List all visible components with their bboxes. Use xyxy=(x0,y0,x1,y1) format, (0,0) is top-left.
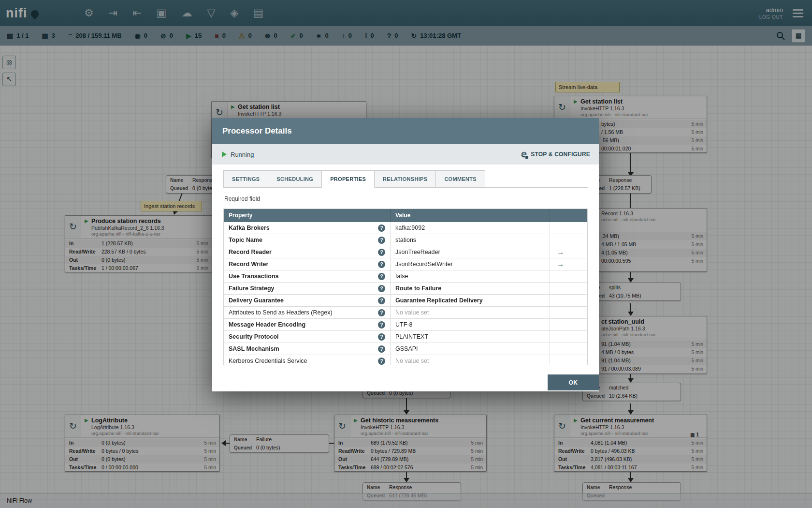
property-name: Message Header Encoding xyxy=(229,319,305,330)
tab-relationships[interactable]: RELATIONSHIPS xyxy=(375,170,436,188)
property-value: kafka:9092 xyxy=(395,224,425,231)
property-value: stations xyxy=(395,237,416,243)
property-name: Record Writer xyxy=(229,258,268,270)
property-row: Use Transactions ? false xyxy=(224,270,587,283)
goto-service-arrow[interactable] xyxy=(550,283,587,294)
property-column-header: Property xyxy=(224,209,391,222)
goto-service-arrow[interactable] xyxy=(550,295,587,306)
help-icon[interactable]: ? xyxy=(378,273,385,280)
tab-settings[interactable]: SETTINGS xyxy=(223,170,268,188)
properties-table: Property Value Kafka Brokers ? kafka:909… xyxy=(223,209,588,365)
property-row: SASL Mechanism ? GSSAPI xyxy=(224,343,587,355)
goto-service-arrow[interactable] xyxy=(550,355,587,365)
property-value: No value set xyxy=(395,309,429,316)
help-icon[interactable]: ? xyxy=(378,333,385,341)
stop-and-configure-button[interactable]: ⚙ STOP & CONFIGURE xyxy=(521,151,590,158)
goto-service-arrow[interactable] xyxy=(550,222,587,234)
goto-service-arrow[interactable] xyxy=(550,307,587,318)
goto-service-arrow[interactable]: → xyxy=(550,246,587,258)
running-status-icon xyxy=(222,151,227,157)
tab-properties[interactable]: PROPERTIES xyxy=(322,170,375,188)
goto-service-arrow[interactable] xyxy=(550,234,587,246)
property-name: Attributes to Send as Headers (Regex) xyxy=(229,307,333,318)
stop-configure-label: STOP & CONFIGURE xyxy=(531,151,590,158)
property-row: Record Reader ? JsonTreeReader → xyxy=(224,246,587,258)
property-name: Delivery Guarantee xyxy=(229,295,284,306)
required-field-note: Required field xyxy=(224,195,587,202)
dialog-status-strip: Running ⚙ STOP & CONFIGURE xyxy=(212,144,599,164)
help-icon[interactable]: ? xyxy=(378,237,385,244)
dialog-title: Processor Details xyxy=(212,118,599,144)
property-name: Security Protocol xyxy=(229,331,279,343)
property-name: Record Reader xyxy=(229,246,272,258)
property-value: JsonRecordSetWriter xyxy=(395,261,453,268)
property-name: Topic Name xyxy=(229,234,262,246)
property-name: Kafka Brokers xyxy=(229,222,270,234)
goto-service-arrow[interactable] xyxy=(550,270,587,282)
ok-button[interactable]: OK xyxy=(548,374,599,390)
property-value: false xyxy=(395,273,408,280)
goto-service-arrow[interactable] xyxy=(550,319,587,330)
property-row: Delivery Guarantee ? Guarantee Replicate… xyxy=(224,295,587,307)
help-icon[interactable]: ? xyxy=(378,309,385,316)
help-icon[interactable]: ? xyxy=(378,345,385,353)
help-icon[interactable]: ? xyxy=(378,297,385,304)
property-row: Failure Strategy ? Route to Failure xyxy=(224,283,587,295)
property-row: Message Header Encoding ? UTF-8 xyxy=(224,319,587,331)
property-value: No value set xyxy=(395,358,429,364)
tab-scheduling[interactable]: SCHEDULING xyxy=(268,170,322,188)
help-icon[interactable]: ? xyxy=(378,285,385,292)
help-icon[interactable]: ? xyxy=(378,321,385,329)
property-name: SASL Mechanism xyxy=(229,343,279,355)
property-value: GSSAPI xyxy=(395,345,418,352)
processor-details-dialog: Processor Details Running ⚙ STOP & CONFI… xyxy=(212,118,599,391)
value-column-header: Value xyxy=(391,209,550,222)
stop-configure-icon: ⚙ xyxy=(521,151,528,158)
help-icon[interactable]: ? xyxy=(378,261,385,268)
property-value: Route to Failure xyxy=(395,285,441,292)
property-row: Attributes to Send as Headers (Regex) ? … xyxy=(224,307,587,319)
goto-service-arrow[interactable] xyxy=(550,331,587,343)
property-value: UTF-8 xyxy=(395,321,412,328)
property-row: Topic Name ? stations xyxy=(224,234,587,246)
tab-comments[interactable]: COMMENTS xyxy=(436,170,485,188)
property-name: Failure Strategy xyxy=(229,283,274,294)
property-value: PLAINTEXT xyxy=(395,333,428,340)
run-status-text: Running xyxy=(231,151,254,158)
goto-service-arrow[interactable]: → xyxy=(550,258,587,270)
property-value: JsonTreeReader xyxy=(395,249,440,255)
property-value: Guarantee Replicated Delivery xyxy=(395,297,483,304)
property-row: Security Protocol ? PLAINTEXT xyxy=(224,331,587,343)
property-name: Use Transactions xyxy=(229,270,279,282)
goto-service-arrow[interactable] xyxy=(550,343,587,355)
property-name: Kerberos Credentials Service xyxy=(229,355,307,365)
help-icon[interactable]: ? xyxy=(378,249,385,256)
property-row: Record Writer ? JsonRecordSetWriter → xyxy=(224,258,587,270)
property-row: Kerberos Credentials Service ? No value … xyxy=(224,355,587,365)
property-row: Kafka Brokers ? kafka:9092 xyxy=(224,222,587,234)
help-icon[interactable]: ? xyxy=(378,358,385,365)
dialog-tabs: SETTINGS SCHEDULING PROPERTIES RELATIONS… xyxy=(223,170,588,188)
properties-table-header: Property Value xyxy=(224,209,587,222)
help-icon[interactable]: ? xyxy=(378,224,385,232)
